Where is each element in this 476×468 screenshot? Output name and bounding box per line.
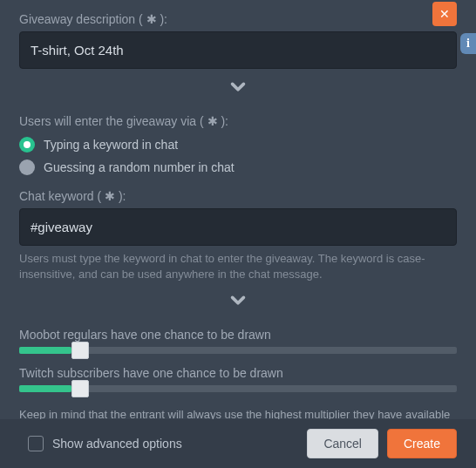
- description-input[interactable]: [19, 31, 457, 69]
- keyword-help-text: Users must type the keyword in chat to e…: [19, 251, 457, 282]
- dialog-footer: Show advanced options Cancel Create: [0, 419, 476, 468]
- entry-option-keyword[interactable]: Typing a keyword in chat: [19, 133, 457, 156]
- keyword-input[interactable]: [19, 208, 457, 246]
- expand-toggle-2[interactable]: [19, 282, 457, 315]
- regulars-slider-label: Moobot regulars have one chance to be dr…: [19, 328, 457, 342]
- entry-option-number[interactable]: Guessing a random number in chat: [19, 156, 457, 179]
- description-label: Giveaway description ( ✱ ):: [19, 12, 457, 26]
- radio-label: Typing a keyword in chat: [44, 138, 178, 152]
- entry-method-label: Users will enter the giveaway via ( ✱ ):: [19, 114, 457, 128]
- create-button[interactable]: Create: [387, 429, 457, 458]
- advanced-checkbox[interactable]: [28, 436, 44, 451]
- expand-toggle-1[interactable]: [19, 69, 457, 102]
- radio-icon: [19, 159, 35, 175]
- cancel-button[interactable]: Cancel: [307, 429, 378, 458]
- close-button[interactable]: ✕: [432, 2, 457, 26]
- radio-label: Guessing a random number in chat: [44, 160, 235, 174]
- chevron-down-icon: [228, 78, 248, 97]
- slider-thumb[interactable]: [71, 380, 89, 397]
- slider-fill: [19, 385, 71, 392]
- advanced-label: Show advanced options: [52, 437, 182, 451]
- radio-icon: [19, 137, 35, 153]
- info-badge-right[interactable]: i: [460, 33, 476, 54]
- subs-slider[interactable]: [19, 385, 457, 392]
- subs-slider-label: Twitch subscribers have one chance to be…: [19, 366, 457, 380]
- slider-thumb[interactable]: [71, 342, 89, 359]
- slider-fill: [19, 347, 71, 354]
- regulars-slider[interactable]: [19, 347, 457, 354]
- info-icon: i: [466, 37, 470, 51]
- chevron-down-icon: [228, 291, 248, 310]
- keyword-label: Chat keyword ( ✱ ):: [19, 189, 457, 203]
- close-icon: ✕: [439, 7, 450, 21]
